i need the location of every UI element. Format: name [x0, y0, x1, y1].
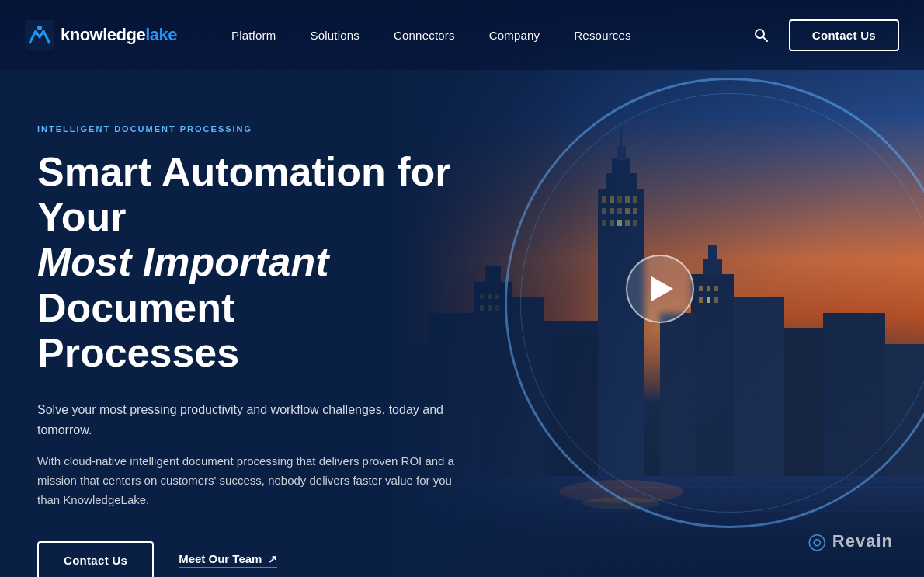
hero-title-line1: Smart Automation for Your — [37, 149, 451, 239]
hero-title-italic: Most Important — [37, 239, 329, 284]
nav-item-company[interactable]: Company — [472, 0, 558, 70]
hero-tag: INTELLIGENT DOCUMENT PROCESSING — [37, 124, 475, 134]
play-button[interactable] — [626, 255, 694, 323]
hero-actions: Contact Us Meet Our Team ↗ — [37, 541, 475, 577]
nav-item-connectors[interactable]: Connectors — [377, 0, 472, 70]
logo-icon — [25, 20, 54, 50]
hero-title-rest: Document — [37, 285, 234, 330]
svg-point-1 — [37, 26, 42, 30]
logo[interactable]: knowledgelake — [25, 20, 177, 50]
hero-subtitle: Solve your most pressing productivity an… — [37, 400, 475, 440]
nav-item-resources[interactable]: Resources — [557, 0, 648, 70]
play-button-container — [626, 255, 694, 323]
hero-body: With cloud-native intelligent document p… — [37, 452, 475, 509]
meet-team-label: Meet Our Team — [179, 552, 262, 565]
svg-line-3 — [762, 37, 767, 42]
hero-title: Smart Automation for Your Most Important… — [37, 149, 475, 375]
main-nav: Platform Solutions Connectors Company Re… — [214, 0, 742, 70]
play-icon — [651, 276, 673, 301]
logo-lake: lake — [145, 25, 177, 44]
svg-rect-0 — [25, 20, 54, 50]
nav-item-platform[interactable]: Platform — [214, 0, 293, 70]
external-link-icon: ↗ — [268, 553, 277, 565]
search-icon[interactable] — [745, 19, 776, 50]
meet-team-link[interactable]: Meet Our Team ↗ — [179, 552, 277, 568]
hero-contact-button[interactable]: Contact Us — [37, 541, 154, 577]
hero-title-line3: Processes — [37, 330, 239, 375]
hero-content: INTELLIGENT DOCUMENT PROCESSING Smart Au… — [0, 78, 512, 577]
logo-knowledge: knowledge — [61, 25, 145, 44]
revain-text: Revain — [832, 531, 893, 551]
revain-watermark: ◎ Revain — [808, 528, 893, 554]
revain-icon: ◎ — [808, 528, 826, 554]
header-contact-button[interactable]: Contact Us — [789, 19, 899, 51]
nav-item-solutions[interactable]: Solutions — [293, 0, 377, 70]
site-header: knowledgelake Platform Solutions Connect… — [0, 0, 924, 70]
